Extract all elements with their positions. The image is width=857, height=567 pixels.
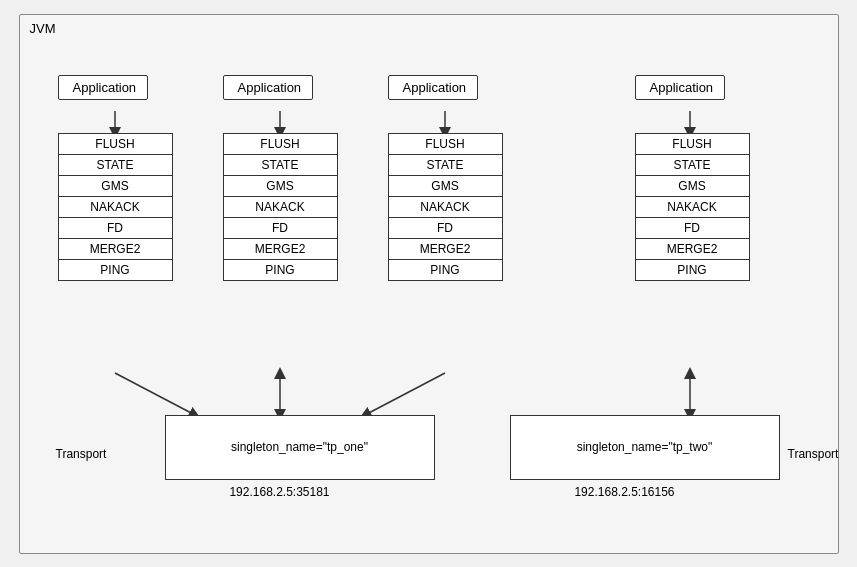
stack1-gms: GMS [59,176,172,197]
stack3-nakack: NAKACK [389,197,502,218]
transport-two-side-label: Transport [788,447,839,461]
app-box-3: Application [388,75,478,100]
stack-1: FLUSH STATE GMS NAKACK FD MERGE2 PING [58,133,173,281]
stack-4: FLUSH STATE GMS NAKACK FD MERGE2 PING [635,133,750,281]
stack4-fd: FD [636,218,749,239]
stack4-gms: GMS [636,176,749,197]
ip-one-label: 192.168.2.5:35181 [220,485,340,499]
stack2-gms: GMS [224,176,337,197]
app-label-4: Application [635,75,725,100]
stack1-nakack: NAKACK [59,197,172,218]
app-box-4: Application [635,75,725,100]
stack4-ping: PING [636,260,749,280]
stack4-flush: FLUSH [636,134,749,155]
stack2-state: STATE [224,155,337,176]
stack4-merge2: MERGE2 [636,239,749,260]
stack2-flush: FLUSH [224,134,337,155]
transport-one-label: singleton_name="tp_one" [231,440,368,454]
jvm-label: JVM [30,21,56,36]
app-label-1: Application [58,75,148,100]
stack1-merge2: MERGE2 [59,239,172,260]
stack1-state: STATE [59,155,172,176]
transport-one-side-label: Transport [56,447,107,461]
stack1-ping: PING [59,260,172,280]
stack1-flush: FLUSH [59,134,172,155]
app-box-2: Application [223,75,313,100]
transport-one-box: singleton_name="tp_one" [165,415,435,480]
stack4-state: STATE [636,155,749,176]
jvm-container: JVM Application Appl [19,14,839,554]
stack2-ping: PING [224,260,337,280]
stack3-gms: GMS [389,176,502,197]
svg-line-6 [365,373,445,415]
stack1-fd: FD [59,218,172,239]
svg-line-4 [115,373,195,415]
stack3-fd: FD [389,218,502,239]
stack-2: FLUSH STATE GMS NAKACK FD MERGE2 PING [223,133,338,281]
stack2-merge2: MERGE2 [224,239,337,260]
stack2-fd: FD [224,218,337,239]
transport-two-label: singleton_name="tp_two" [577,440,713,454]
app-label-3: Application [388,75,478,100]
transport-two-box: singleton_name="tp_two" [510,415,780,480]
stack-3: FLUSH STATE GMS NAKACK FD MERGE2 PING [388,133,503,281]
stack4-nakack: NAKACK [636,197,749,218]
stack3-state: STATE [389,155,502,176]
app-box-1: Application [58,75,148,100]
stack3-flush: FLUSH [389,134,502,155]
stack3-merge2: MERGE2 [389,239,502,260]
app-label-2: Application [223,75,313,100]
stack3-ping: PING [389,260,502,280]
ip-two-label: 192.168.2.5:16156 [565,485,685,499]
stack2-nakack: NAKACK [224,197,337,218]
